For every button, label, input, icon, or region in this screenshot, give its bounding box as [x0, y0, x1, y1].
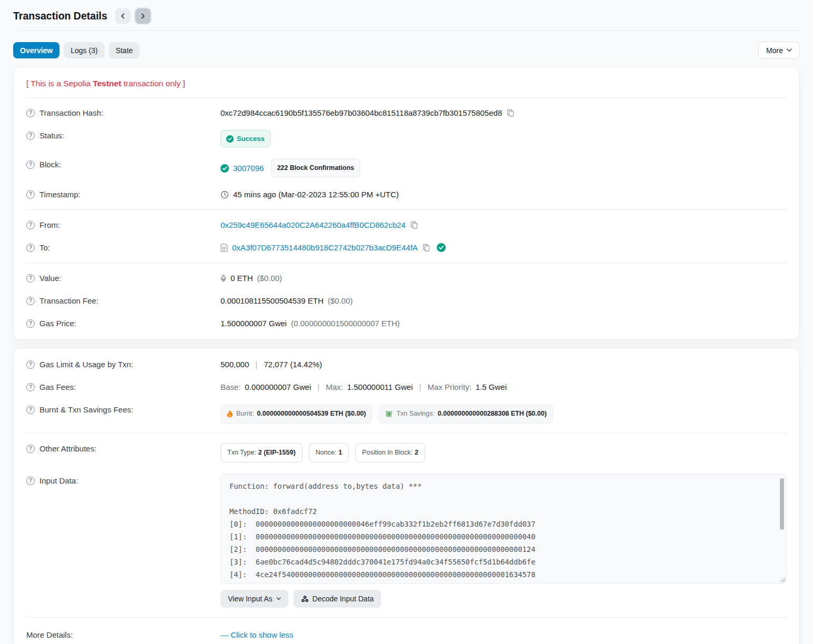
timestamp-value: 45 mins ago (Mar-02-2023 12:55:00 PM +UT…: [233, 189, 399, 200]
copy-to-address-button[interactable]: [422, 244, 430, 252]
tab-state[interactable]: State: [109, 42, 140, 58]
gas-price-label: Gas Price:: [39, 318, 76, 329]
tabs: Overview Logs (3) State: [13, 42, 139, 58]
check-circle-icon: [226, 135, 234, 143]
max-fee-value: 1.500000011 Gwei: [347, 381, 413, 393]
tab-logs[interactable]: Logs (3): [64, 42, 104, 58]
block-confirmations-badge: 222 Block Confirmations: [271, 159, 360, 177]
burnt-savings-label: Burnt & Txn Savings Fees:: [39, 404, 133, 415]
base-fee-value: 0.000000007 Gwei: [245, 381, 311, 393]
gas-price-eth: (0.000000001500000007 ETH): [291, 318, 400, 329]
max-fee-label: Max:: [326, 381, 343, 393]
page-title: Transaction Details: [13, 10, 107, 22]
timestamp-label: Timestamp:: [39, 189, 81, 200]
transaction-fee-usd: ($0.00): [328, 295, 353, 306]
gas-usage-value: 72,077 (14.42%): [264, 359, 322, 370]
block-label: Block:: [39, 159, 61, 170]
check-circle-icon: [220, 164, 229, 173]
more-button[interactable]: More: [758, 42, 800, 59]
help-icon[interactable]: ?: [26, 244, 35, 252]
value-usd: ($0.00): [257, 273, 283, 284]
resize-handle[interactable]: [779, 576, 785, 582]
details-card: ? Gas Limit & Usage by Txn: 500,000 | 72…: [13, 348, 800, 644]
help-icon[interactable]: ?: [26, 406, 35, 414]
row-burnt-savings: ? Burnt & Txn Savings Fees: Burnt: 0.000…: [14, 398, 799, 429]
help-icon[interactable]: ?: [26, 109, 35, 117]
divider: [26, 209, 787, 210]
help-icon[interactable]: ?: [26, 221, 35, 229]
row-transaction-hash: ? Transaction Hash: 0xc72d984ccac6190b5f…: [14, 102, 799, 124]
help-icon[interactable]: ?: [26, 477, 35, 485]
divider: [26, 263, 787, 263]
help-icon[interactable]: ?: [26, 297, 35, 305]
chevron-down-icon: [276, 597, 281, 600]
transaction-details-page: Transaction Details Overview Logs (3) St…: [0, 0, 813, 644]
gas-price-amount: 1.500000007 Gwei: [220, 318, 287, 329]
eth-icon: [220, 274, 226, 283]
row-to: ? To: 0xA3f07D6773514480b918C2742b027b3a…: [14, 236, 799, 259]
divider: [26, 617, 787, 618]
copy-icon: [422, 244, 430, 252]
txn-type-badge: Txn Type: 2 (EIP-1559): [220, 443, 303, 462]
block-number-link[interactable]: 3007096: [233, 163, 264, 174]
transaction-fee-label: Transaction Fee:: [39, 295, 98, 306]
copy-hash-button[interactable]: [506, 109, 515, 117]
overview-card: [ This is a Sepolia Testnet transaction …: [13, 67, 800, 340]
divider: [26, 433, 787, 434]
help-icon[interactable]: ?: [26, 160, 35, 169]
money-wings-icon: $: [385, 410, 393, 417]
row-gas-price: ? Gas Price: 1.500000007 Gwei (0.0000000…: [14, 312, 799, 335]
from-label: From:: [39, 219, 60, 230]
row-block: ? Block: 3007096 222 Block Confirmations: [14, 153, 799, 183]
gas-limit-value: 500,000: [220, 359, 249, 370]
decode-input-data-label: Decode Input Data: [313, 595, 374, 603]
to-address-link[interactable]: 0xA3f07D6773514480b918C2742b027b3acD9E44…: [232, 242, 418, 253]
testnet-warning: [ This is a Sepolia Testnet transaction …: [14, 72, 799, 94]
help-icon[interactable]: ?: [26, 360, 35, 369]
previous-transaction-button[interactable]: [115, 8, 131, 24]
gas-fees-label: Gas Fees:: [39, 381, 76, 393]
txn-type-label: Txn Type:: [227, 447, 256, 458]
help-icon[interactable]: ?: [26, 445, 35, 453]
help-icon[interactable]: ?: [26, 274, 35, 283]
separator: |: [315, 381, 322, 393]
show-less-link[interactable]: — Click to show less: [220, 629, 293, 640]
base-fee-label: Base:: [220, 381, 240, 393]
next-transaction-button[interactable]: [135, 8, 150, 24]
row-more-details: More Details: — Click to show less: [14, 621, 799, 644]
txn-savings-label: Txn Savings:: [396, 408, 434, 419]
input-data-scrollbar[interactable]: [779, 476, 785, 582]
input-data-content: Function: forward(address to,bytes data)…: [221, 475, 786, 583]
tab-overview[interactable]: Overview: [13, 42, 59, 58]
help-icon[interactable]: ?: [26, 383, 35, 391]
row-status: ? Status: Success: [14, 124, 799, 153]
position-in-block-value: 2: [415, 447, 418, 458]
separator: |: [417, 381, 424, 393]
page-header: Transaction Details: [13, 5, 800, 31]
burnt-fee-value: 0.000000000000504539 ETH ($0.00): [257, 408, 366, 419]
view-input-as-label: View Input As: [228, 595, 273, 603]
copy-icon: [410, 221, 418, 229]
view-input-as-button[interactable]: View Input As: [220, 590, 288, 608]
status-label: Status:: [39, 130, 64, 141]
txn-savings-badge: $ Txn Savings: 0.000000000000288308 ETH …: [378, 404, 553, 424]
transaction-hash-label: Transaction Hash:: [39, 107, 103, 118]
help-icon[interactable]: ?: [26, 319, 35, 328]
from-address-link[interactable]: 0x259c49E65644a020C2A642260a4ffB0CD862cb…: [220, 219, 406, 230]
flame-icon: [227, 410, 233, 418]
copy-from-address-button[interactable]: [410, 221, 418, 229]
input-data-textarea[interactable]: Function: forward(address to,bytes data)…: [220, 474, 787, 583]
help-icon[interactable]: ?: [26, 190, 35, 199]
header-divider: [13, 31, 800, 31]
status-badge: Success: [220, 130, 270, 147]
copy-icon: [506, 109, 515, 117]
to-label: To:: [39, 242, 50, 253]
position-in-block-label: Position In Block:: [362, 447, 413, 458]
help-icon[interactable]: ?: [26, 132, 35, 140]
nonce-value: 1: [338, 447, 342, 458]
position-in-block-badge: Position In Block: 2: [355, 443, 425, 462]
row-other-attributes: ? Other Attributes: Txn Type: 2 (EIP-155…: [14, 437, 799, 468]
scrollbar-thumb[interactable]: [780, 478, 784, 530]
decode-icon: [301, 595, 309, 603]
decode-input-data-button[interactable]: Decode Input Data: [294, 590, 382, 608]
